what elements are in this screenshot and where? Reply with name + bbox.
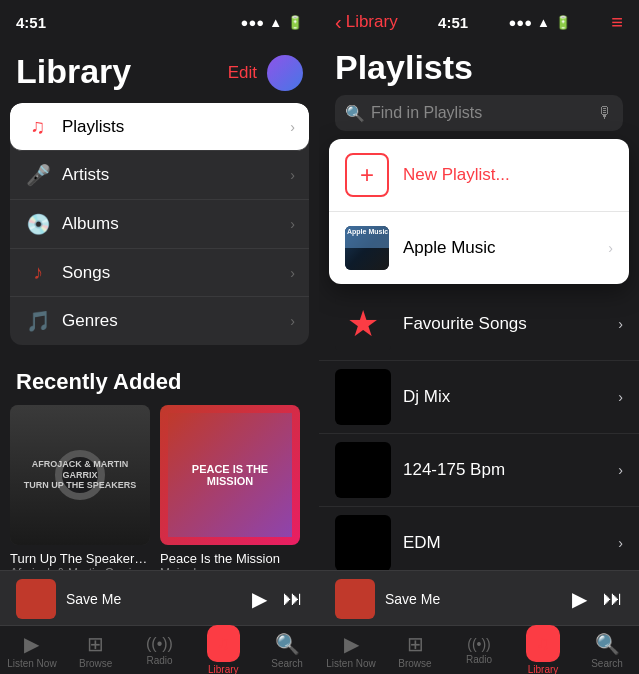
playlist-row-favourite[interactable]: ★ Favourite Songs › xyxy=(319,288,639,361)
tab-library-left[interactable]: ♫ Library xyxy=(191,625,255,674)
tab-bar-left: ▶ Listen Now ⊞ Browse ((•)) Radio ♫ Libr… xyxy=(0,625,319,674)
mini-player-thumb-right xyxy=(335,579,375,619)
album-art-peace: PEACE IS THE MISSION xyxy=(160,405,300,545)
mini-player-info-right: Save Me xyxy=(385,591,562,607)
radio-label-left: Radio xyxy=(146,655,172,666)
wifi-icon: ▲ xyxy=(269,15,282,30)
left-status-icons: ●●● ▲ 🔋 xyxy=(241,15,303,30)
browse-icon-left: ⊞ xyxy=(87,632,104,656)
tab-radio-left[interactable]: ((•)) Radio xyxy=(128,635,192,666)
right-status-icons: ●●● ▲ 🔋 xyxy=(508,15,570,30)
star-icon: ★ xyxy=(347,303,379,345)
dropdown-card: + New Playlist... Apple Music Apple Musi… xyxy=(329,139,629,284)
playlists-header: Playlists xyxy=(319,44,639,95)
search-bar[interactable]: 🔍 Find in Playlists 🎙 xyxy=(335,95,623,131)
playlist-name-edm: EDM xyxy=(403,533,618,553)
menu-item-genres[interactable]: 🎵 Genres › xyxy=(10,297,309,345)
playlist-name-djmix: Dj Mix xyxy=(403,387,618,407)
new-playlist-label: New Playlist... xyxy=(403,165,510,185)
apple-music-label: Apple Music xyxy=(403,238,608,258)
search-icon-right: 🔍 xyxy=(595,632,620,656)
genres-chevron: › xyxy=(290,313,295,329)
playlist-thumb-edm xyxy=(335,515,391,571)
album-card-peace[interactable]: PEACE IS THE MISSION Peace Is the Missio… xyxy=(160,405,300,580)
playlists-label: Playlists xyxy=(62,117,290,137)
genres-label: Genres xyxy=(62,311,290,331)
search-icon-left: 🔍 xyxy=(275,632,300,656)
plus-icon: + xyxy=(360,161,374,189)
library-icon-left: ♫ xyxy=(217,633,231,653)
browse-icon-right: ⊞ xyxy=(407,632,424,656)
right-status-bar: ‹ Library 4:51 ●●● ▲ 🔋 ≡ xyxy=(319,0,639,44)
playlist-row-bpm[interactable]: 124-175 Bpm › xyxy=(319,434,639,507)
tab-listen-now-left[interactable]: ▶ Listen Now xyxy=(0,632,64,669)
album-card-turn-up[interactable]: AFROJACK & MARTIN GARRIXTURN UP THE SPEA… xyxy=(10,405,150,580)
right-wifi-icon: ▲ xyxy=(537,15,550,30)
favourite-chevron: › xyxy=(618,316,623,332)
mini-player-right[interactable]: Save Me ▶ ⏭ xyxy=(319,570,639,626)
edit-button[interactable]: Edit xyxy=(228,63,257,83)
listen-now-icon-left: ▶ xyxy=(24,632,39,656)
back-label: Library xyxy=(346,12,398,32)
tab-search-left[interactable]: 🔍 Search xyxy=(255,632,319,669)
menu-item-playlists[interactable]: ♫ Playlists › xyxy=(10,103,309,151)
tab-listen-now-right[interactable]: ▶ Listen Now xyxy=(319,632,383,669)
mini-player-info-left: Save Me xyxy=(66,591,242,607)
menu-item-albums[interactable]: 💿 Albums › xyxy=(10,200,309,249)
fast-forward-icon-right[interactable]: ⏭ xyxy=(603,587,623,610)
new-playlist-item[interactable]: + New Playlist... xyxy=(329,139,629,212)
profile-icon[interactable] xyxy=(267,55,303,91)
new-playlist-icon: + xyxy=(345,153,389,197)
artists-label: Artists xyxy=(62,165,290,185)
search-label-left: Search xyxy=(271,658,303,669)
back-button[interactable]: ‹ Library xyxy=(335,11,398,34)
artists-chevron: › xyxy=(290,167,295,183)
play-icon-left[interactable]: ▶ xyxy=(252,587,267,611)
album-title-peace: Peace Is the Mission xyxy=(160,551,300,566)
fast-forward-icon-left[interactable]: ⏭ xyxy=(283,587,303,610)
apple-music-item[interactable]: Apple Music Apple Music › xyxy=(329,212,629,284)
playlist-row-djmix[interactable]: Dj Mix › xyxy=(319,361,639,434)
search-icon: 🔍 xyxy=(345,104,365,123)
mic-icon[interactable]: 🎙 xyxy=(597,104,613,122)
genres-icon: 🎵 xyxy=(24,309,52,333)
tab-radio-right[interactable]: ((•)) Radio xyxy=(447,636,511,665)
mini-player-controls-right: ▶ ⏭ xyxy=(572,587,623,611)
radio-label-right: Radio xyxy=(466,654,492,665)
playlists-chevron: › xyxy=(290,119,295,135)
recently-added-title: Recently Added xyxy=(0,353,319,405)
signal-icon: ●●● xyxy=(241,15,265,30)
battery-icon: 🔋 xyxy=(287,15,303,30)
hamburger-icon[interactable]: ≡ xyxy=(611,11,623,34)
mini-player-title-left: Save Me xyxy=(66,591,242,607)
playlist-thumb-djmix xyxy=(335,369,391,425)
listen-now-label-right: Listen Now xyxy=(326,658,375,669)
mini-player-left[interactable]: Save Me ▶ ⏭ xyxy=(0,570,319,626)
playlist-thumb-favourite: ★ xyxy=(335,296,391,352)
menu-item-artists[interactable]: 🎤 Artists › xyxy=(10,151,309,200)
left-status-bar: 4:51 ●●● ▲ 🔋 xyxy=(0,0,319,44)
tab-browse-left[interactable]: ⊞ Browse xyxy=(64,632,128,669)
right-signal-icon: ●●● xyxy=(508,15,532,30)
search-label-right: Search xyxy=(591,658,623,669)
playlists-title: Playlists xyxy=(335,48,623,87)
albums-chevron: › xyxy=(290,216,295,232)
apple-music-thumb-inner: Apple Music xyxy=(345,226,389,270)
menu-item-songs[interactable]: ♪ Songs › xyxy=(10,249,309,297)
album-title-turn-up: Turn Up The Speakers... xyxy=(10,551,150,566)
library-label-left: Library xyxy=(208,664,239,674)
songs-chevron: › xyxy=(290,265,295,281)
left-panel: 4:51 ●●● ▲ 🔋 Library Edit ♫ Playlists › … xyxy=(0,0,319,674)
albums-icon: 💿 xyxy=(24,212,52,236)
back-chevron-icon: ‹ xyxy=(335,11,342,34)
albums-label: Albums xyxy=(62,214,290,234)
library-icon-right: ♫ xyxy=(536,633,550,653)
tab-search-right[interactable]: 🔍 Search xyxy=(575,632,639,669)
tab-library-right[interactable]: ♫ Library xyxy=(511,625,575,674)
library-header: Library Edit xyxy=(0,44,319,95)
tab-browse-right[interactable]: ⊞ Browse xyxy=(383,632,447,669)
right-panel: ‹ Library 4:51 ●●● ▲ 🔋 ≡ Playlists 🔍 Fin… xyxy=(319,0,639,674)
play-icon-right[interactable]: ▶ xyxy=(572,587,587,611)
search-placeholder: Find in Playlists xyxy=(371,104,591,122)
left-time: 4:51 xyxy=(16,14,46,31)
